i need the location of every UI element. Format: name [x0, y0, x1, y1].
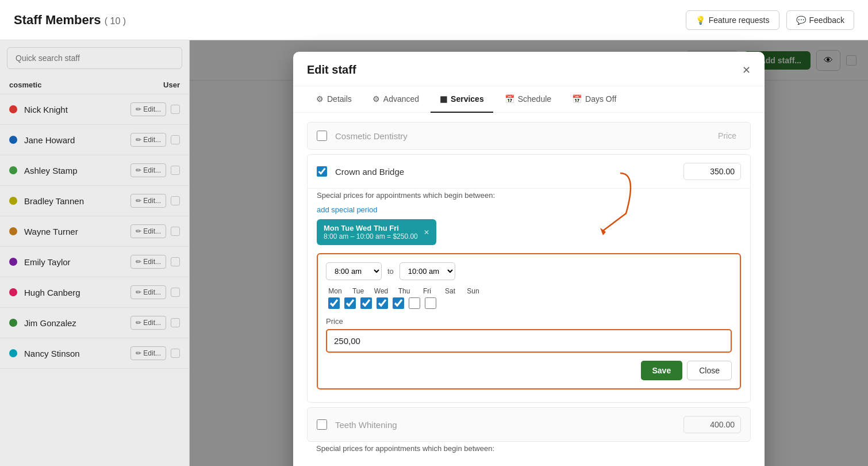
time-to-select[interactable]: 10:00 am 11:00 am 12:00 pm: [400, 262, 455, 280]
edit-button[interactable]: ✏ Edit...: [130, 346, 166, 360]
staff-select-checkbox[interactable]: [171, 196, 180, 205]
day-checkbox-sat[interactable]: [409, 297, 420, 309]
edit-button[interactable]: ✏ Edit...: [130, 194, 166, 208]
special-price-section-crown: Special prices for appointments which be…: [308, 191, 750, 398]
list-item[interactable]: Wayne Turner ✏ Edit...: [0, 216, 189, 247]
feature-requests-button[interactable]: 💡 Feature requests: [686, 10, 779, 30]
chat-icon: 💬: [796, 16, 806, 25]
staff-color-dot: [9, 136, 17, 144]
list-item[interactable]: Emily Taylor ✏ Edit...: [0, 247, 189, 277]
tab-details[interactable]: ⚙ Details: [307, 86, 361, 113]
staff-sidebar: cosmetic User Nick Knight ✏ Edit... Jane…: [0, 40, 190, 466]
staff-select-checkbox[interactable]: [171, 349, 180, 358]
days-labels-row: Mon Tue Wed Thu Fri Sat Sun: [326, 287, 732, 295]
main-content: tegories... + Add staff... 👁 Edit staff …: [190, 40, 868, 466]
modal-close-button[interactable]: ✕: [742, 65, 751, 75]
gear-icon: ⚙: [316, 94, 324, 104]
day-checkbox-wed[interactable]: [360, 297, 372, 309]
day-checkbox-sun[interactable]: [425, 297, 436, 309]
save-button[interactable]: Save: [641, 361, 683, 380]
tab-advanced[interactable]: ⚙ Advanced: [363, 86, 428, 113]
staff-color-dot: [9, 227, 17, 235]
service-checkbox-cosmetic[interactable]: [317, 131, 327, 141]
time-from-select[interactable]: 8:00 am 9:00 am 10:00 am: [326, 262, 382, 280]
tab-schedule[interactable]: 📅 Schedule: [496, 86, 560, 113]
staff-color-dot: [9, 319, 17, 327]
list-item[interactable]: Nick Knight ✏ Edit...: [0, 94, 189, 125]
staff-color-dot: [9, 288, 17, 296]
top-bar: Staff Members ( 10 ) 💡 Feature requests …: [0, 0, 868, 40]
close-button[interactable]: Close: [687, 361, 732, 380]
list-item[interactable]: Hugh Canberg ✏ Edit...: [0, 277, 189, 308]
grid-icon: ▦: [440, 94, 447, 104]
edit-button[interactable]: ✏ Edit...: [130, 163, 166, 177]
staff-select-checkbox[interactable]: [171, 227, 180, 236]
tab-daysoff[interactable]: 📅 Days Off: [563, 86, 625, 113]
staff-color-dot: [9, 197, 17, 205]
edit-button[interactable]: ✏ Edit...: [130, 102, 166, 116]
add-special-period-link-crown[interactable]: add special period: [317, 205, 378, 214]
day-checkbox-mon[interactable]: [328, 297, 340, 309]
staff-select-checkbox[interactable]: [171, 105, 180, 114]
modal-header: Edit staff ✕: [293, 52, 765, 86]
list-item[interactable]: Nancy Stinson ✏ Edit...: [0, 338, 189, 369]
staff-select-checkbox[interactable]: [171, 318, 180, 327]
list-item[interactable]: Jane Howard ✏ Edit...: [0, 125, 189, 155]
day-checkbox-tue[interactable]: [344, 297, 356, 309]
staff-color-dot: [9, 166, 17, 174]
staff-list: Nick Knight ✏ Edit... Jane Howard ✏ Edit…: [0, 94, 189, 466]
service-checkbox-teeth[interactable]: [317, 419, 327, 430]
top-bar-right: 💡 Feature requests 💬 Feedback: [686, 10, 854, 30]
price-field-container: Price: [326, 317, 732, 353]
list-item[interactable]: Jim Gonzalez ✏ Edit...: [0, 308, 189, 338]
service-section-teeth: Teeth Whitening Special prices for appoi…: [307, 407, 751, 465]
staff-table-header: cosmetic User: [0, 76, 189, 94]
page-background: Staff Members ( 10 ) 💡 Feature requests …: [0, 0, 868, 466]
calendar-icon: 📅: [572, 94, 582, 104]
service-row-crown: Crown and Bridge: [308, 155, 750, 189]
tag-close-button[interactable]: ✕: [424, 228, 429, 236]
special-price-section-teeth: Special prices for appointments which be…: [307, 444, 751, 465]
staff-select-checkbox[interactable]: [171, 257, 180, 266]
lightbulb-icon: 💡: [696, 16, 705, 25]
days-checkboxes-row: [326, 297, 732, 309]
feedback-button[interactable]: 💬 Feedback: [786, 10, 854, 30]
day-checkbox-thu[interactable]: [377, 297, 388, 309]
staff-color-dot: [9, 349, 17, 357]
content-area: cosmetic User Nick Knight ✏ Edit... Jane…: [0, 40, 868, 466]
edit-staff-modal: Edit staff ✕ ⚙ Details ⚙ Advanced ▦: [293, 52, 765, 466]
staff-select-checkbox[interactable]: [171, 166, 180, 175]
service-checkbox-crown[interactable]: [317, 166, 327, 177]
staff-color-dot: [9, 105, 17, 113]
special-period-container: Mon Tue Wed Thu Fri 8:00 am – 10:00 am =…: [317, 219, 741, 389]
edit-button[interactable]: ✏ Edit...: [130, 316, 166, 330]
edit-button[interactable]: ✏ Edit...: [130, 133, 166, 147]
time-row: 8:00 am 9:00 am 10:00 am to 10:00 am 11:…: [326, 262, 732, 280]
staff-select-checkbox[interactable]: [171, 288, 180, 297]
service-row-teeth: Teeth Whitening: [307, 407, 751, 442]
editor-buttons: Save Close: [326, 361, 732, 380]
search-input[interactable]: [7, 47, 182, 69]
page-title: Staff Members ( 10 ): [14, 13, 126, 28]
day-checkbox-fri[interactable]: [393, 297, 404, 309]
service-price-input-teeth[interactable]: [683, 416, 741, 433]
edit-button[interactable]: ✏ Edit...: [130, 255, 166, 269]
calendar-icon: 📅: [505, 94, 514, 104]
service-section-crown: Crown and Bridge Special prices for appo…: [307, 154, 751, 403]
staff-select-checkbox[interactable]: [171, 135, 180, 144]
list-item[interactable]: Bradley Tannen ✏ Edit...: [0, 186, 189, 216]
modal-title: Edit staff: [307, 63, 356, 77]
svg-marker-0: [600, 228, 606, 235]
edit-button[interactable]: ✏ Edit...: [130, 285, 166, 299]
edit-button[interactable]: ✏ Edit...: [130, 224, 166, 238]
service-row-cosmetic: Cosmetic Dentistry Price: [307, 122, 751, 150]
modal-tabs: ⚙ Details ⚙ Advanced ▦ Services 📅 Schedu…: [293, 86, 765, 113]
service-price-input-crown[interactable]: [683, 163, 741, 180]
modal-body: Cosmetic Dentistry Price Crown and Bridg…: [293, 113, 765, 466]
tab-services[interactable]: ▦ Services: [431, 86, 493, 113]
staff-color-dot: [9, 258, 17, 266]
special-period-tag[interactable]: Mon Tue Wed Thu Fri 8:00 am – 10:00 am =…: [317, 219, 436, 245]
special-price-input[interactable]: [326, 329, 732, 353]
time-editor-panel: 8:00 am 9:00 am 10:00 am to 10:00 am 11:…: [317, 253, 741, 389]
list-item[interactable]: Ashley Stamp ✏ Edit...: [0, 155, 189, 186]
